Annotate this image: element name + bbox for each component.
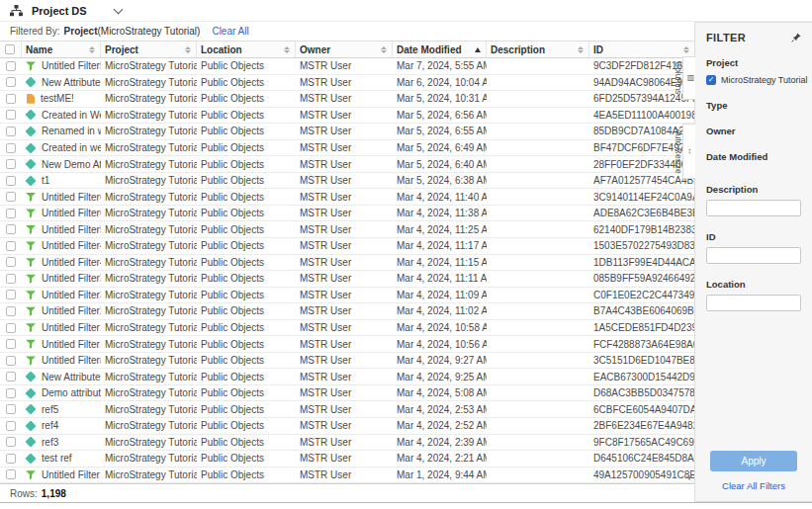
table-row[interactable]: ref3 MicroStrategy Tutorial Public Objec… xyxy=(0,435,694,452)
column-header-name[interactable]: Name xyxy=(22,42,101,57)
row-checkbox[interactable] xyxy=(6,372,16,382)
table-row[interactable]: test ref MicroStrategy Tutorial Public O… xyxy=(0,451,694,467)
table-row[interactable]: Untitled Filter MicroStrategy Tutorial P… xyxy=(0,467,694,483)
cell-name: New Attribute test xyxy=(42,372,101,382)
sort-icon[interactable] xyxy=(578,46,584,53)
row-checkbox[interactable] xyxy=(6,77,16,87)
table-row[interactable]: Untitled Filter11 MicroStrategy Tutorial… xyxy=(0,320,694,337)
table-row[interactable]: Renamed in websta... MicroStrategy Tutor… xyxy=(0,124,694,140)
description-filter-input[interactable] xyxy=(706,200,801,216)
select-all-checkbox[interactable] xyxy=(5,44,15,54)
row-checkbox[interactable] xyxy=(6,323,16,333)
column-header-date-modified[interactable]: Date Modified xyxy=(393,42,487,57)
row-checkbox[interactable] xyxy=(6,61,16,71)
table-row[interactable]: Untitled Filter333 MicroStrategy Tutoria… xyxy=(0,271,694,288)
cell-location: Public Objects xyxy=(201,257,264,268)
table-row[interactable]: t1 MicroStrategy Tutorial Public Objects… xyxy=(0,173,694,190)
table-row[interactable]: New Attribute test MicroStrategy Tutoria… xyxy=(0,369,694,385)
project-filter-option[interactable]: MicroStrategy Tutorial xyxy=(706,75,801,85)
table-row[interactable]: Created in webstation MicroStrategy Tuto… xyxy=(0,140,694,157)
cell-owner: MSTR User xyxy=(300,273,351,284)
table-row[interactable]: Untitled Filter22 MicroStrategy Tutorial… xyxy=(0,303,694,320)
row-checkbox[interactable] xyxy=(6,257,16,267)
filter-icon xyxy=(26,192,36,202)
column-header-description[interactable]: Description xyxy=(487,42,589,57)
table-row[interactable]: ref4 MicroStrategy Tutorial Public Objec… xyxy=(0,418,694,435)
row-checkbox[interactable] xyxy=(6,454,16,464)
table-row[interactable]: Untitled Filter1 MicroStrategy Tutorial … xyxy=(0,336,694,353)
clear-all-link[interactable]: Clear All xyxy=(212,26,248,37)
table-row[interactable]: Untitled Filter666 MicroStrategy Tutoria… xyxy=(0,189,694,206)
cell-date-modified: Mar 4, 2024, 10:56 AM xyxy=(397,339,487,350)
tab-columns[interactable]: ▥ Columns xyxy=(682,56,695,100)
row-checkbox[interactable] xyxy=(6,404,16,414)
tab-auto-resize[interactable]: ↔ Auto Resize xyxy=(682,124,695,179)
sort-icon[interactable] xyxy=(89,46,95,53)
sort-icon[interactable] xyxy=(185,46,191,53)
cell-date-modified: Mar 6, 2024, 10:04 AM xyxy=(397,77,487,88)
sort-icon[interactable] xyxy=(381,46,387,53)
cell-owner: MSTR User xyxy=(300,175,351,186)
cell-date-modified: Mar 4, 2024, 9:25 AM xyxy=(397,372,487,382)
row-checkbox[interactable] xyxy=(6,224,16,234)
table-row[interactable]: Created in Webstati... MicroStrategy Tut… xyxy=(0,108,694,125)
chevron-down-icon[interactable] xyxy=(113,4,123,14)
id-filter-input[interactable] xyxy=(706,247,801,264)
column-header-id[interactable]: ID xyxy=(589,42,694,57)
column-header-project[interactable]: Project xyxy=(101,42,197,57)
sort-icon[interactable] xyxy=(683,46,689,53)
cell-name: ref4 xyxy=(42,420,58,431)
row-checkbox[interactable] xyxy=(6,209,16,218)
table-row[interactable]: testME! MicroStrategy Tutorial Public Ob… xyxy=(0,91,694,108)
apply-button[interactable]: Apply xyxy=(710,451,797,471)
sort-icon[interactable] xyxy=(284,46,290,53)
row-checkbox[interactable] xyxy=(6,94,16,104)
row-checkbox[interactable] xyxy=(6,290,16,299)
table-row[interactable]: New Demo Attr MicroStrategy Tutorial Pub… xyxy=(0,156,694,173)
row-checkbox[interactable] xyxy=(6,274,16,284)
location-filter-input[interactable] xyxy=(706,295,801,311)
table-row[interactable]: New Attribute MicroStrategy Tutorial Pub… xyxy=(0,75,694,92)
row-checkbox[interactable] xyxy=(6,306,16,316)
row-checkbox[interactable] xyxy=(6,437,16,447)
column-header-location[interactable]: Location xyxy=(197,42,296,57)
scrollbar-down-arrow-icon[interactable] xyxy=(686,476,692,480)
app-window: Project DS Filtered By: Project (MicroSt… xyxy=(0,0,812,509)
row-checkbox[interactable] xyxy=(6,127,16,136)
row-checkbox[interactable] xyxy=(6,388,16,398)
table-row[interactable]: Untitled Filter55 MicroStrategy Tutorial… xyxy=(0,221,694,238)
table-row[interactable]: Untitled Filter44 MicroStrategy Tutorial… xyxy=(0,255,694,272)
table-row[interactable]: Untitled Filterrefrere... MicroStrategy … xyxy=(0,353,694,370)
project-option-checkbox[interactable] xyxy=(706,75,716,85)
cell-location: Public Objects xyxy=(201,273,264,284)
clear-all-filters-link[interactable]: Clear All Filters xyxy=(722,480,785,491)
table-row[interactable]: ref5 MicroStrategy Tutorial Public Objec… xyxy=(0,401,694,418)
row-checkbox[interactable] xyxy=(6,110,16,120)
filter-section-date-modified[interactable]: Date Modified xyxy=(706,151,801,162)
row-checkbox[interactable] xyxy=(6,241,16,251)
row-checkbox[interactable] xyxy=(6,192,16,202)
row-checkbox[interactable] xyxy=(6,143,16,153)
column-header-owner[interactable]: Owner xyxy=(296,42,393,57)
table-row[interactable]: Demo attribute MicroStrategy Tutorial Pu… xyxy=(0,385,694,402)
table-row[interactable]: Untitled Filter444 MicroStrategy Tutoria… xyxy=(0,238,694,255)
cell-location: Public Objects xyxy=(201,305,264,316)
project-selector-title[interactable]: Project DS xyxy=(32,5,87,17)
pin-icon[interactable] xyxy=(791,33,801,42)
row-checkbox[interactable] xyxy=(6,356,16,366)
row-checkbox[interactable] xyxy=(6,176,16,186)
cell-project: MicroStrategy Tutorial xyxy=(105,420,197,431)
row-checkbox[interactable] xyxy=(6,339,16,349)
columns-icon: ▥ xyxy=(686,73,695,82)
filter-section-owner[interactable]: Owner xyxy=(706,126,801,136)
filter-icon xyxy=(26,356,36,366)
sort-ascending-icon[interactable] xyxy=(475,47,481,52)
row-checkbox[interactable] xyxy=(6,469,16,479)
table-row[interactable]: Untitled Filter33 MicroStrategy Tutorial… xyxy=(0,288,694,304)
table-row[interactable]: Untitled Filter66 MicroStrategy Tutorial… xyxy=(0,206,694,222)
filter-section-type[interactable]: Type xyxy=(706,100,801,111)
row-checkbox[interactable] xyxy=(6,421,16,431)
row-checkbox[interactable] xyxy=(6,159,16,169)
table-row[interactable]: Untitled Filter555 MicroStrategy Tutoria… xyxy=(0,58,694,75)
cell-name: Untitled Filter333 xyxy=(42,273,101,284)
